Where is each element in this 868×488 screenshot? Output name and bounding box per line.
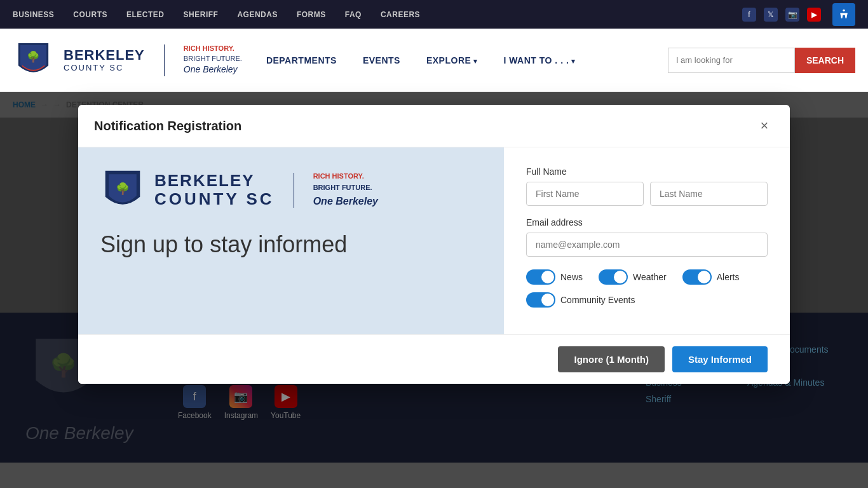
county-shield-logo: 🌳 — [13, 39, 54, 81]
notification-modal: Notification Registration × — [78, 105, 790, 384]
email-input[interactable] — [526, 233, 768, 257]
facebook-social-icon[interactable]: f — [742, 8, 756, 22]
modal-footer: Ignore (1 Month) Stay Informed — [78, 334, 790, 384]
svg-text:🌳: 🌳 — [27, 50, 40, 64]
top-nav-links: BUSINESS COURTS ELECTED SHERIFF AGENDAS … — [13, 10, 420, 19]
modal-county-logo: 🌳 BERKELEY COUNTY SC RICH HISTORY. — [100, 166, 482, 214]
youtube-social-icon[interactable]: ▶ — [807, 8, 821, 22]
svg-point-0 — [843, 9, 844, 11]
modal-shield-icon: 🌳 — [100, 166, 145, 214]
search-input[interactable] — [668, 48, 795, 73]
weather-toggle-item: Weather — [599, 269, 667, 285]
nav-sheriff[interactable]: SHERIFF — [184, 10, 219, 19]
modal-body: 🌳 BERKELEY COUNTY SC RICH HISTORY. — [78, 147, 790, 334]
modal-header: Notification Registration × — [78, 105, 790, 147]
top-nav: BUSINESS COURTS ELECTED SHERIFF AGENDAS … — [0, 0, 868, 29]
modal-logo-area: 🌳 BERKELEY COUNTY SC RICH HISTORY. — [100, 166, 482, 214]
news-toggle[interactable] — [526, 269, 555, 285]
news-toggle-item: News — [526, 269, 583, 285]
name-row — [526, 182, 768, 206]
full-name-label: Full Name — [526, 166, 768, 177]
community-events-label: Community Events — [560, 295, 635, 305]
nav-forms[interactable]: FORMS — [297, 10, 326, 19]
signup-text: Sign up to stay informed — [100, 230, 482, 260]
nav-explore[interactable]: EXPLORE — [415, 50, 489, 71]
search-button[interactable]: Search — [795, 48, 855, 73]
last-name-input[interactable] — [650, 182, 768, 206]
search-area: Search — [668, 48, 855, 73]
modal-close-button[interactable]: × — [755, 116, 774, 135]
nav-events[interactable]: EVENTS — [351, 50, 412, 71]
stay-informed-button[interactable]: Stay Informed — [672, 346, 768, 372]
modal-logo-divider — [294, 173, 294, 208]
weather-toggle[interactable] — [599, 269, 628, 285]
nav-business[interactable]: BUSINESS — [13, 10, 54, 19]
modal-tagline: RICH HISTORY. BRIGHT FUTURE. One Berkele… — [313, 171, 378, 210]
ignore-button[interactable]: Ignore (1 Month) — [558, 346, 664, 372]
nav-faq[interactable]: FAQ — [345, 10, 362, 19]
community-events-toggle[interactable] — [526, 292, 555, 308]
main-nav: 🌳 BERKELEY COUNTY SC RICH HISTORY. BRIGH… — [0, 29, 868, 92]
modal-right-panel: Full Name Email address News — [504, 147, 790, 334]
social-links: f 𝕏 📷 ▶ — [742, 8, 821, 22]
first-name-input[interactable] — [526, 182, 644, 206]
nav-elected[interactable]: ELECTED — [126, 10, 165, 19]
community-events-toggle-item: Community Events — [526, 292, 635, 308]
weather-label: Weather — [633, 272, 667, 282]
alerts-toggle-item: Alerts — [682, 269, 740, 285]
nav-i-want-to[interactable]: I WANT TO . . . — [492, 50, 587, 71]
modal-county-name: BERKELEY COUNTY SC — [154, 172, 275, 210]
svg-text:🌳: 🌳 — [116, 182, 130, 196]
main-nav-links: DEPARTMENTS EVENTS EXPLORE I WANT TO . .… — [255, 50, 661, 71]
alerts-label: Alerts — [717, 272, 740, 282]
nav-careers[interactable]: CAREERS — [381, 10, 420, 19]
logo-area: 🌳 BERKELEY COUNTY SC RICH HISTORY. BRIGH… — [13, 39, 242, 81]
nav-departments[interactable]: DEPARTMENTS — [255, 50, 348, 71]
toggles-row-2: Community Events — [526, 292, 768, 308]
logo-divider — [164, 44, 165, 76]
modal-left-panel: 🌳 BERKELEY COUNTY SC RICH HISTORY. — [78, 147, 504, 334]
news-label: News — [560, 272, 583, 282]
logo-tagline: RICH HISTORY. BRIGHT FUTURE. One Berkele… — [184, 44, 242, 76]
accessibility-button[interactable] — [832, 3, 855, 26]
nav-agendas[interactable]: AGENDAS — [237, 10, 278, 19]
email-label: Email address — [526, 217, 768, 227]
content-area: HOME → → DETENTION CENTER 🌳 One Berkeley… — [0, 92, 868, 463]
modal-title: Notification Registration — [94, 119, 241, 133]
modal-overlay: Notification Registration × — [0, 92, 868, 463]
instagram-social-icon[interactable]: 📷 — [785, 8, 799, 22]
alerts-toggle[interactable] — [682, 269, 712, 285]
twitter-social-icon[interactable]: 𝕏 — [764, 8, 778, 22]
logo-text: BERKELEY COUNTY SC — [64, 48, 145, 72]
nav-courts[interactable]: COURTS — [73, 10, 107, 19]
toggles-row-1: News Weather Alerts — [526, 269, 768, 285]
